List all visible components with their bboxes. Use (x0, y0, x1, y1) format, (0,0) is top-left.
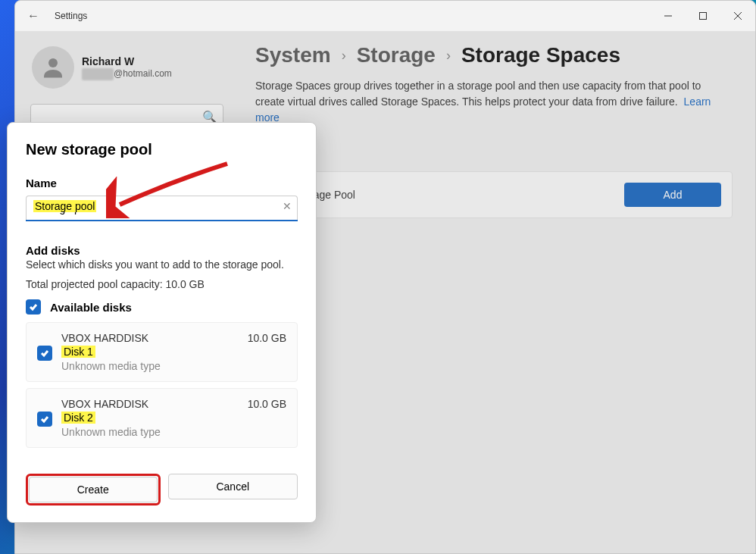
dialog-title: New storage pool (26, 141, 298, 158)
name-label: Name (26, 177, 298, 189)
breadcrumb-storage[interactable]: Storage (357, 43, 436, 67)
add-button[interactable]: Add (624, 183, 721, 207)
avatar (32, 46, 74, 89)
disk-item: VBOX HARDDISK 10.0 GB Disk 1 Unknown med… (26, 322, 298, 382)
new-storage-pool-dialog: New storage pool Name Storage pool ✕ Add… (7, 122, 317, 523)
svg-rect-1 (700, 13, 707, 20)
svg-point-4 (48, 58, 58, 67)
storage-pool-card: ＋ Storage Pool Add (255, 171, 733, 218)
disk-size: 10.0 GB (248, 398, 286, 410)
create-button[interactable]: Create (29, 477, 158, 502)
app-title: Settings (55, 11, 87, 21)
disk-media-type: Unknown media type (61, 360, 286, 372)
disk-model: VBOX HARDDISK (61, 332, 148, 344)
breadcrumb-system[interactable]: System (255, 43, 331, 67)
titlebar: ← Settings (15, 1, 755, 31)
user-name: Richard W (82, 55, 172, 68)
disk-name: Disk 1 (61, 346, 95, 358)
disk-item: VBOX HARDDISK 10.0 GB Disk 2 Unknown med… (26, 388, 298, 448)
chevron-right-icon: › (342, 48, 346, 64)
available-disks-label: Available disks (50, 301, 132, 314)
minimize-button[interactable] (651, 1, 686, 31)
disk-checkbox[interactable] (37, 412, 52, 427)
create-button-highlight: Create (26, 474, 161, 505)
disk-model: VBOX HARDDISK (61, 398, 148, 410)
cancel-button[interactable]: Cancel (168, 474, 298, 499)
maximize-button[interactable] (686, 1, 720, 31)
pool-name-input[interactable] (26, 196, 298, 220)
clear-icon[interactable]: ✕ (283, 200, 292, 212)
add-disks-heading: Add disks (26, 244, 298, 257)
user-profile[interactable]: Richard W xxxxxxx@hotmail.com (24, 43, 230, 101)
page-title: Storage Spaces (461, 43, 620, 67)
user-email: xxxxxxx@hotmail.com (82, 68, 172, 80)
available-disks-checkbox[interactable] (26, 299, 41, 315)
disk-media-type: Unknown media type (61, 426, 286, 438)
chevron-right-icon: › (446, 48, 451, 64)
close-button[interactable] (720, 1, 755, 31)
disk-name: Disk 2 (61, 412, 95, 424)
add-disks-subtext: Select which disks you want to add to th… (26, 258, 298, 271)
breadcrumb: System › Storage › Storage Spaces (255, 43, 733, 67)
projected-capacity: Total projected pool capacity: 10.0 GB (26, 278, 298, 290)
page-description: Storage Spaces group drives together in … (255, 78, 733, 126)
disk-size: 10.0 GB (248, 332, 286, 344)
back-button[interactable]: ← (27, 9, 39, 23)
disk-checkbox[interactable] (37, 346, 52, 361)
